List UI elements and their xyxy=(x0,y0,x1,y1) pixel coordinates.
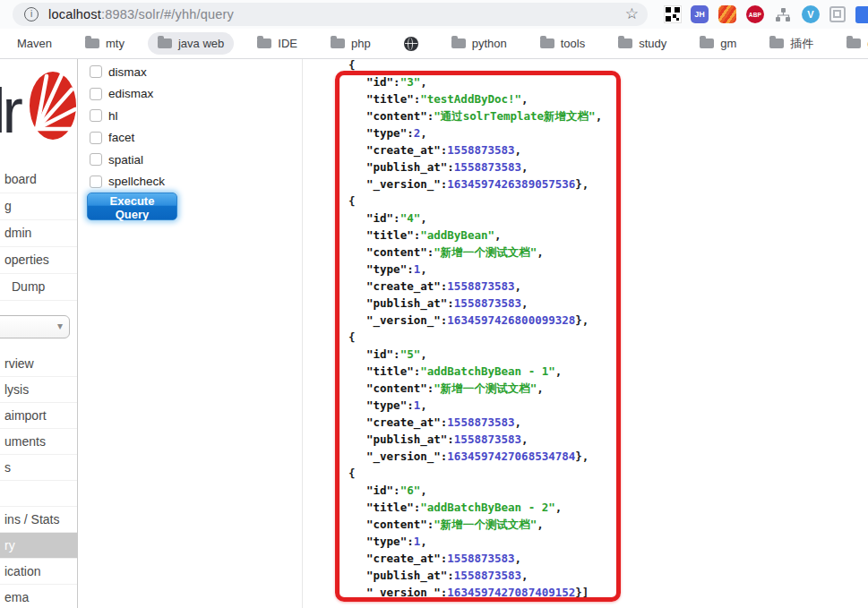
json-line: "id":"6", xyxy=(348,482,602,499)
checkbox-label: spatial xyxy=(108,153,143,167)
sitemap-extension-icon[interactable] xyxy=(774,5,792,23)
folder-icon xyxy=(540,39,554,48)
folder-icon xyxy=(618,39,632,48)
checkbox-facet[interactable] xyxy=(90,132,102,144)
bookmark-item[interactable]: tools xyxy=(530,32,595,55)
query-checkbox-list: dismaxedismaxhlfacetspatialspellcheck xyxy=(90,61,165,193)
bookmark-item[interactable]: java web xyxy=(148,32,234,55)
qr-extension-icon[interactable] xyxy=(665,6,681,22)
sidebar-item[interactable]: operties xyxy=(0,247,77,274)
folder-icon xyxy=(158,39,172,48)
core-menu-item[interactable]: ry xyxy=(0,533,77,559)
json-line: "_version_":1634597426800099328}, xyxy=(348,312,602,329)
json-line: "id":"3", xyxy=(348,73,602,90)
json-line: "publish_at":1558873583, xyxy=(348,431,602,448)
core-menu: rviewlysisaimportumentssins / Statsryica… xyxy=(0,351,77,608)
folder-icon xyxy=(847,39,861,48)
solr-logo: lr xyxy=(0,59,77,167)
flame-extension-icon[interactable] xyxy=(718,5,736,23)
json-line: { xyxy=(348,465,602,482)
checkbox-spellcheck[interactable] xyxy=(90,176,102,188)
bookmark-item[interactable]: IDE xyxy=(247,32,307,55)
json-line: "content":"新增一个测试文档", xyxy=(348,380,602,397)
checkbox-row-facet[interactable]: facet xyxy=(90,127,165,150)
checkbox-label: hl xyxy=(108,109,118,123)
jh-extension-icon[interactable]: JH xyxy=(691,5,709,23)
bookmark-item[interactable]: gm xyxy=(690,32,746,55)
json-line: "publish_at":1558873583, xyxy=(348,295,602,312)
core-menu-item[interactable]: uments xyxy=(0,429,77,455)
core-menu-item[interactable]: aimport xyxy=(0,403,77,429)
bookmarks-bar: Mavenmtyjava webIDEphppythontoolsstudygm… xyxy=(0,29,868,59)
core-menu-item[interactable]: ema xyxy=(0,585,77,608)
core-menu-item[interactable]: ication xyxy=(0,559,77,585)
solr-logo-text: lr xyxy=(0,75,20,147)
json-line: { xyxy=(348,329,602,346)
sidebar-item[interactable]: dmin xyxy=(0,220,77,247)
json-line: "type":1, xyxy=(348,533,602,550)
folder-icon xyxy=(257,39,271,48)
sidebar-item[interactable]: g xyxy=(0,193,77,220)
core-menu-item[interactable]: lysis xyxy=(0,377,77,403)
checkbox-row-hl[interactable]: hl xyxy=(90,105,165,127)
browser-toolbar: i localhost:8983/solr/#/yhh/query ☆ JH A… xyxy=(0,0,868,29)
bookmark-item[interactable]: python xyxy=(442,32,517,55)
checkbox-label: dismax xyxy=(108,65,147,79)
checkbox-row-spatial[interactable]: spatial xyxy=(90,149,165,171)
bookmark-item[interactable] xyxy=(394,32,428,56)
json-line: "create_at":1558873583, xyxy=(348,141,602,158)
checkbox-row-spellcheck[interactable]: spellcheck xyxy=(90,171,165,193)
json-line: "title":"addByBean", xyxy=(348,227,602,244)
sidebar-item[interactable]: Dump xyxy=(0,274,77,301)
core-selector-dropdown[interactable]: ▾ xyxy=(0,315,70,338)
bookmark-item[interactable]: php xyxy=(321,32,381,55)
json-line: "title":"testAddByDoc!", xyxy=(348,90,602,107)
bookmark-item[interactable]: study xyxy=(608,32,676,55)
core-menu-item[interactable] xyxy=(0,481,77,507)
json-line: "create_at":1558873583, xyxy=(348,414,602,431)
json-line: { xyxy=(348,193,602,210)
checkbox-label: spellcheck xyxy=(108,175,165,188)
json-line: "publish_at":1558873583, xyxy=(348,567,602,584)
execute-query-button[interactable]: Execute Query xyxy=(87,193,177,220)
bookmark-item[interactable]: git xyxy=(837,32,868,55)
json-line: "_version_":1634597426389057536}, xyxy=(348,176,602,193)
checkbox-hl[interactable] xyxy=(90,109,102,122)
checkbox-dismax[interactable] xyxy=(90,65,102,78)
core-menu-item[interactable]: ins / Stats xyxy=(0,507,77,533)
core-menu-item[interactable]: s xyxy=(0,455,77,481)
bookmark-item[interactable]: Maven xyxy=(7,32,62,55)
folder-icon xyxy=(451,39,466,48)
checkbox-label: facet xyxy=(108,131,134,144)
checkbox-label: edismax xyxy=(108,87,153,100)
url-host: localhost xyxy=(48,7,101,21)
checkbox-edismax[interactable] xyxy=(90,88,102,100)
v-extension-icon[interactable]: V xyxy=(802,5,820,23)
panel-extension-icon[interactable] xyxy=(829,6,846,22)
checkbox-row-dismax[interactable]: dismax xyxy=(90,61,165,83)
checkbox-row-edismax[interactable]: edismax xyxy=(90,83,165,106)
json-line: "content":"通过solrTemplate新增文档", xyxy=(348,107,602,124)
clipped-extension-icon[interactable] xyxy=(855,6,868,23)
checkbox-spatial[interactable] xyxy=(90,153,102,166)
sidebar-item[interactable]: board xyxy=(0,167,77,193)
bookmark-label: python xyxy=(472,37,507,50)
chevron-down-icon: ▾ xyxy=(57,320,63,332)
core-menu-item[interactable]: rview xyxy=(0,351,77,377)
adblock-extension-icon[interactable]: ABP xyxy=(746,5,764,23)
json-line: { xyxy=(348,56,602,73)
query-options-panel: dismaxedismaxhlfacetspatialspellcheck Ex… xyxy=(78,59,303,608)
bookmark-label: tools xyxy=(561,37,585,50)
bookmark-star-icon[interactable]: ☆ xyxy=(625,5,639,23)
bookmark-item[interactable]: mty xyxy=(75,32,134,55)
bookmark-label: mty xyxy=(106,37,125,50)
json-line: "type":2, xyxy=(348,124,602,141)
json-line: "title":"addBatchByBean - 1", xyxy=(348,363,602,380)
bookmark-label: study xyxy=(639,37,666,50)
address-bar[interactable]: i localhost:8983/solr/#/yhh/query ☆ xyxy=(13,3,648,26)
solr-sunburst-icon xyxy=(30,72,76,140)
bookmark-label: Maven xyxy=(17,37,52,50)
bookmark-item[interactable]: 插件 xyxy=(760,31,823,56)
bookmark-label: java web xyxy=(178,37,224,50)
site-info-icon[interactable]: i xyxy=(24,7,39,21)
